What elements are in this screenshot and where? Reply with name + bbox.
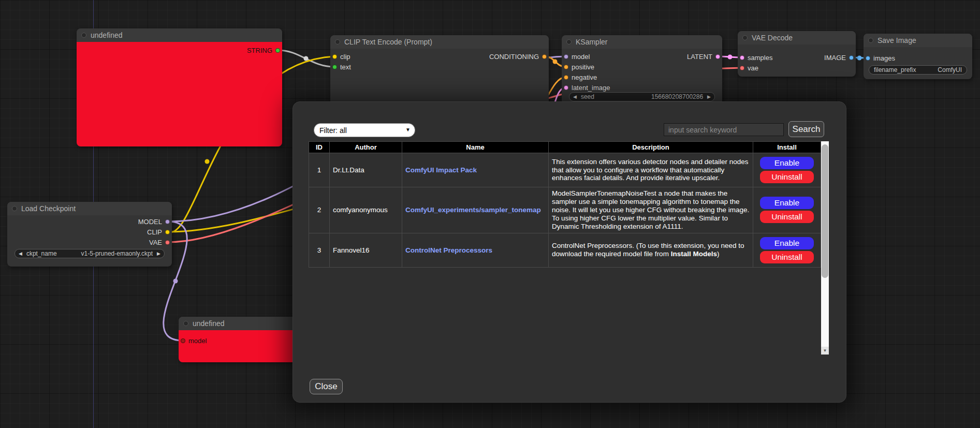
latent-image-slot-dot[interactable] [564, 85, 568, 90]
seed-widget-value: 156680208700286 [651, 93, 703, 100]
scrollbar-down-arrow-icon[interactable]: ▼ [821, 347, 829, 355]
node-title: KSampler [576, 38, 607, 46]
collapse-dot[interactable] [81, 33, 86, 38]
collapse-dot[interactable] [566, 39, 572, 45]
collapse-dot[interactable] [12, 206, 17, 211]
increment-arrow-icon[interactable]: ▶ [157, 252, 160, 256]
enable-button[interactable]: Enable [760, 197, 814, 209]
ckpt-name-widget[interactable]: ◀ ckpt_name v1-5-pruned-emaonly.ckpt ▶ [14, 249, 165, 258]
search-button[interactable]: Search [788, 121, 824, 137]
input-slot-text: text [332, 62, 351, 72]
table-scrollbar[interactable]: ▼ [821, 141, 829, 355]
node-title: VAE Decode [752, 34, 793, 42]
vae-slot-dot[interactable] [740, 66, 744, 70]
filename-prefix-widget[interactable]: filename_prefix ComfyUI [869, 65, 967, 75]
ckpt-name-label: ckpt_name [26, 250, 57, 257]
node-body: STRING [77, 42, 282, 146]
search-input[interactable] [664, 123, 784, 136]
image-slot-dot[interactable] [849, 55, 854, 60]
extensions-table: IDAuthorNameDescriptionInstall 1Dr.Lt.Da… [309, 141, 821, 268]
node-undefined-top[interactable]: undefined STRING [77, 28, 282, 146]
filter-select-wrap: Filter: all ▼ [314, 123, 415, 137]
column-header: Install [753, 142, 821, 153]
node-title: Save Image [877, 36, 916, 45]
table-header-row: IDAuthorNameDescriptionInstall [309, 142, 821, 153]
positive-slot-dot[interactable] [564, 65, 568, 69]
node-body: MODEL CLIP VAE ◀ ckpt_name v1-5-pruned-e… [7, 215, 172, 267]
conditioning-slot-dot[interactable] [542, 54, 547, 59]
text-slot-dot[interactable] [332, 65, 337, 69]
filter-select[interactable]: Filter: all [314, 123, 415, 137]
extension-description: This extension offers various detector n… [549, 153, 753, 187]
node-title-bar[interactable]: KSampler [562, 35, 722, 49]
model-slot-dot[interactable] [165, 219, 170, 224]
node-save-image[interactable]: Save Image images filename_prefix ComfyU… [864, 34, 972, 79]
node-title-bar[interactable]: VAE Decode [738, 31, 856, 45]
enable-button[interactable]: Enable [760, 237, 814, 249]
node-title-bar[interactable]: Load Checkpoint [7, 202, 172, 215]
collapse-dot[interactable] [183, 321, 188, 326]
extension-install-cell: EnableUninstall [753, 153, 821, 187]
extension-author: Fannovel16 [330, 233, 402, 267]
extension-description: ControlNet Preprocessors. (To use this e… [549, 233, 753, 267]
decrement-arrow-icon[interactable]: ◀ [573, 95, 577, 99]
node-title: undefined [193, 319, 225, 328]
node-title-bar[interactable]: undefined [179, 317, 303, 330]
latent-slot-dot[interactable] [715, 54, 720, 59]
node-body: model [179, 330, 303, 362]
output-slot-model: MODEL [138, 216, 170, 227]
vae-slot-dot[interactable] [165, 240, 170, 245]
scrollbar-thumb[interactable] [822, 144, 828, 278]
extension-row: 2comfyanonymousComfyUI_experiments/sampl… [309, 187, 821, 233]
column-header: Author [330, 142, 402, 153]
extensions-table-wrap: IDAuthorNameDescriptionInstall 1Dr.Lt.Da… [309, 141, 829, 355]
node-title-bar[interactable]: Save Image [864, 34, 972, 47]
negative-slot-dot[interactable] [564, 75, 568, 80]
uninstall-button[interactable]: Uninstall [760, 171, 814, 183]
string-slot-dot[interactable] [275, 48, 280, 53]
node-title: undefined [91, 31, 123, 39]
node-load-checkpoint[interactable]: Load Checkpoint MODEL CLIP VAE ◀ ckpt_na… [7, 202, 172, 267]
extension-name-cell: ControlNet Preprocessors [402, 233, 549, 267]
close-button[interactable]: Close [310, 379, 343, 394]
extension-link[interactable]: ControlNet Preprocessors [405, 246, 492, 254]
extension-row: 1Dr.Lt.DataComfyUI Impact PackThis exten… [309, 153, 821, 187]
extension-author: comfyanonymous [330, 187, 402, 233]
extension-link[interactable]: ComfyUI_experiments/sampler_tonemap [405, 206, 541, 214]
increment-arrow-icon[interactable]: ▶ [707, 95, 711, 99]
uninstall-button[interactable]: Uninstall [760, 211, 814, 223]
input-slot-vae: vae [740, 63, 758, 73]
custom-nodes-dialog: Filter: all ▼ Search IDAuthorNameDescrip… [292, 101, 846, 403]
link-midpoint-dot [857, 56, 862, 61]
column-header: ID [309, 142, 330, 153]
enable-button[interactable]: Enable [760, 157, 814, 169]
column-header: Name [402, 142, 549, 153]
output-slot-clip: CLIP [147, 227, 170, 237]
node-vae-decode[interactable]: VAE Decode samples vae IMAGE [738, 31, 856, 77]
model-slot-dot[interactable] [181, 338, 185, 343]
clip-slot-dot[interactable] [332, 54, 337, 59]
extension-id: 1 [309, 153, 330, 187]
filename-prefix-label: filename_prefix [874, 66, 916, 73]
seed-widget[interactable]: ◀ seed 156680208700286 ▶ [569, 92, 715, 101]
extension-description: ModelSamplerTonemapNoiseTest a node that… [549, 187, 753, 233]
samples-slot-dot[interactable] [740, 55, 744, 60]
collapse-dot[interactable] [335, 39, 340, 45]
model-slot-dot[interactable] [564, 54, 568, 59]
decrement-arrow-icon[interactable]: ◀ [19, 252, 22, 256]
images-slot-dot[interactable] [866, 56, 870, 61]
collapse-dot[interactable] [742, 35, 748, 40]
uninstall-button[interactable]: Uninstall [760, 251, 814, 263]
collapse-dot[interactable] [868, 38, 873, 43]
clip-slot-dot[interactable] [165, 230, 170, 234]
node-title-bar[interactable]: undefined [77, 28, 282, 42]
input-slot-clip: clip [332, 51, 350, 62]
link-midpoint-dot [173, 279, 178, 284]
extension-author: Dr.Lt.Data [330, 153, 402, 187]
node-title-bar[interactable]: CLIP Text Encode (Prompt) [330, 35, 549, 49]
input-slot-model: model [181, 335, 207, 346]
extension-link[interactable]: ComfyUI Impact Pack [405, 166, 477, 174]
ckpt-name-value: v1-5-pruned-emaonly.ckpt [81, 250, 153, 257]
node-undefined-bottom[interactable]: undefined model [179, 317, 303, 362]
link-midpoint-dot [304, 56, 309, 61]
